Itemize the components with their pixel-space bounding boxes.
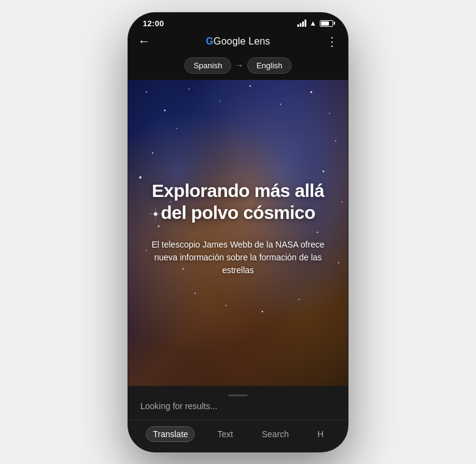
top-bar: ← GGoogle Lens ⋮ xyxy=(128,30,348,54)
more-button[interactable]: ⋮ xyxy=(319,34,338,49)
tab-text[interactable]: Text xyxy=(211,427,239,441)
svg-point-18 xyxy=(341,201,342,202)
svg-point-23 xyxy=(298,299,300,300)
space-image: Explorando más allá del polvo cósmico El… xyxy=(128,80,348,386)
tab-search[interactable]: Search xyxy=(256,427,295,441)
content-area: Explorando más allá del polvo cósmico El… xyxy=(128,80,348,386)
phone-shell: 12:00 ▲ ← GGoogle Lens ⋮ Spanish → xyxy=(128,13,348,452)
translation-bar: Spanish → English xyxy=(128,54,348,80)
drag-handle[interactable] xyxy=(228,394,248,396)
signal-icon xyxy=(297,20,306,27)
content-text-overlay: Explorando más allá del polvo cósmico El… xyxy=(139,179,337,276)
battery-icon xyxy=(320,20,333,27)
svg-point-20 xyxy=(338,262,339,263)
wifi-icon: ▲ xyxy=(309,19,317,27)
back-button[interactable]: ← xyxy=(138,34,157,48)
headline-sub: El telescopio James Webb de la NASA ofre… xyxy=(139,238,337,276)
translation-arrow: → xyxy=(231,60,247,70)
loading-text: Looking for results... xyxy=(140,401,336,411)
svg-point-15 xyxy=(195,293,196,294)
tab-translate[interactable]: Translate xyxy=(146,426,195,442)
app-title: GGoogle Lens xyxy=(206,36,270,47)
target-language-button[interactable]: English xyxy=(247,57,292,74)
status-icons: ▲ xyxy=(297,19,333,27)
status-bar: 12:00 ▲ xyxy=(128,13,348,30)
svg-point-7 xyxy=(329,113,330,114)
source-language-button[interactable]: Spanish xyxy=(184,57,231,74)
google-g: G xyxy=(206,36,214,46)
loading-bar: Looking for results... xyxy=(128,386,348,419)
status-time: 12:00 xyxy=(143,19,164,28)
headline-main: Explorando más allá del polvo cósmico xyxy=(139,179,337,223)
bottom-tabs: Translate Text Search H xyxy=(128,419,348,452)
svg-point-6 xyxy=(311,91,312,93)
svg-point-16 xyxy=(335,140,336,141)
tab-h[interactable]: H xyxy=(311,427,330,441)
